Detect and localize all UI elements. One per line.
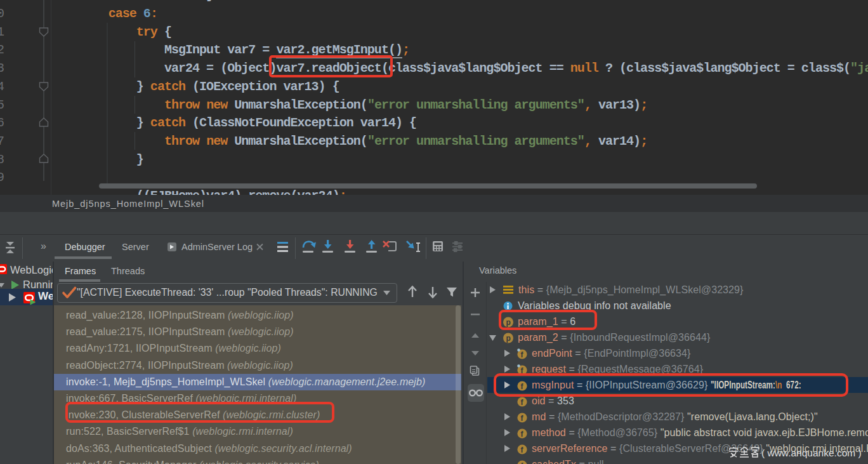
svg-text:p: p [506, 334, 511, 343]
svg-text:( www.anquanke.com ): ( www.anquanke.com ) [761, 447, 862, 458]
